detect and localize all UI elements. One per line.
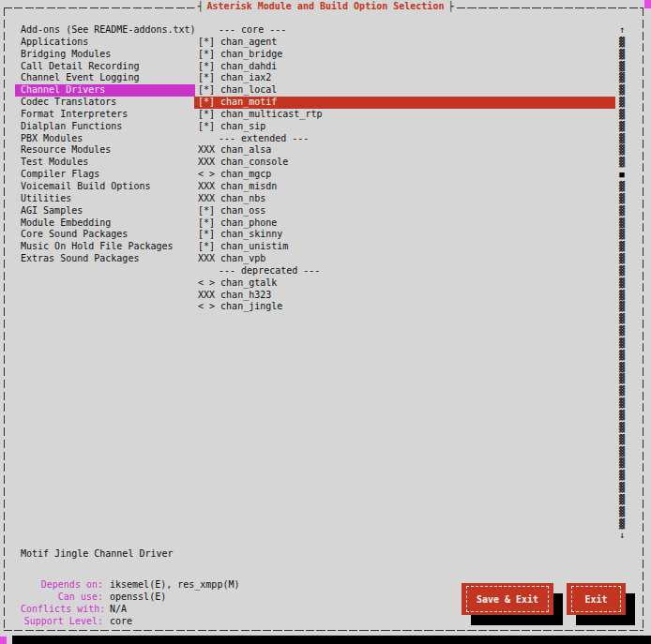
scrollbar-track-glyph: ▓ [615,494,628,506]
module-description: Motif Jingle Channel Driver [21,547,174,560]
module-item[interactable]: XXX chan_alsa [194,144,615,157]
module-item[interactable]: [*] chan_multicast_rtp [194,109,615,121]
scrollbar-track-glyph: ▓ [615,410,628,422]
category-item[interactable]: AGI Samples [15,205,195,217]
scrollbar-track-glyph: ▓ [615,518,628,531]
module-item[interactable]: < > chan_mgcp [194,169,615,181]
dialog-drop-shadow [12,636,651,644]
scrollbar-track-glyph: ▓ [615,301,628,313]
save-exit-button-label: Save & Exit [466,586,549,612]
scrollbar-track-glyph: ▓ [615,109,628,121]
scrollbar[interactable]: ↑▓▓▓▓▓▓▓▓▓▓▓■▓▓▓▓▓▓▓▓▓▓▓▓▓▓▓▓▓▓▓▓▓▓▓▓▓▓▓… [615,24,628,542]
description-field: Conflicts with:N/A [21,603,239,615]
scrollbar-track-glyph: ▓ [615,72,628,84]
description-field-label: Depends on: [21,578,103,591]
category-item[interactable]: Test Modules [15,157,195,169]
description-field-value: N/A [110,604,127,614]
module-item[interactable]: < > chan_jingle [194,301,615,313]
module-item[interactable]: XXX chan_console [194,157,615,169]
module-item[interactable]: [*] chan_dahdi [194,61,615,73]
category-item[interactable]: Channel Drivers [15,84,195,97]
category-item[interactable]: Extras Sound Packages [15,253,195,265]
scrollbar-track-glyph: ▓ [615,470,628,482]
section-header: --- extended --- [194,133,615,145]
scrollbar-track-glyph: ▓ [615,84,628,97]
category-item[interactable]: Core Sound Packages [15,229,195,241]
description-field-value: core [110,616,132,626]
module-item[interactable]: [*] chan_motif [194,97,615,109]
scrollbar-track-glyph: ▓ [615,157,628,169]
category-item[interactable]: Applications [15,37,195,49]
page-title: Asterisk Module and Build Option Selecti… [204,1,448,11]
scrollbar-track-glyph: ▓ [615,144,628,157]
exit-button[interactable]: Exit [567,583,626,615]
module-list: --- core ---[*] chan_agent[*] chan_bridg… [194,24,615,313]
scrollbar-track-glyph: ▓ [615,217,628,230]
scrollbar-track-glyph: ▓ [615,241,628,253]
module-item[interactable]: XXX chan_misdn [194,181,615,193]
category-item[interactable]: Utilities [15,193,195,205]
module-item[interactable]: [*] chan_sip [194,121,615,133]
scrollbar-track-glyph: ▓ [615,265,628,277]
category-item[interactable]: Channel Event Logging [15,72,195,84]
module-item[interactable]: XXX chan_h323 [194,290,615,302]
scrollbar-track-glyph: ▓ [615,97,628,109]
title-right-cap: ├ [447,1,453,11]
corner-artifact-top-right [644,0,651,8]
scrollbar-track-glyph: ▓ [615,446,628,458]
scrollbar-track-glyph: ▓ [615,350,628,362]
module-item[interactable]: XXX chan_vpb [194,253,615,265]
save-exit-button[interactable]: Save & Exit [462,583,553,615]
scrollbar-track-glyph: ▓ [615,290,628,302]
scrollbar-track-glyph: ▓ [615,37,628,49]
category-item[interactable]: Voicemail Build Options [15,181,195,193]
scrollbar-track-glyph: ▓ [615,253,628,265]
category-item[interactable]: Codec Translators [15,97,195,109]
description-field-label: Can use: [21,591,103,603]
category-item[interactable]: Music On Hold File Packages [15,241,195,253]
scrollbar-track-glyph: ▓ [615,397,628,410]
category-item[interactable]: Resource Modules [15,144,195,157]
module-item[interactable]: [*] chan_agent [194,37,615,49]
scrollbar-track-glyph: ▓ [615,121,628,133]
module-item[interactable]: < > chan_gtalk [194,277,615,290]
scrollbar-track-glyph: ▓ [615,373,628,385]
category-item[interactable]: Format Interpreters [15,109,195,121]
scrollbar-track-glyph: ▓ [615,49,628,61]
scrollbar-track-glyph: ▓ [615,457,628,470]
scrollbar-track-glyph: ▓ [615,193,628,205]
category-item[interactable]: PBX Modules [15,133,195,145]
scrollbar-track-glyph: ▓ [615,181,628,193]
category-list: Add-ons (See README-addons.txt)Applicati… [15,24,195,265]
module-item[interactable]: [*] chan_phone [194,217,615,230]
dialog-border-right [643,7,643,630]
module-item[interactable]: [*] chan_iax2 [194,72,615,84]
scrollbar-track-glyph: ▓ [615,325,628,337]
category-item[interactable]: Call Detail Recording [15,61,195,73]
scrollbar-track-glyph: ▓ [615,205,628,217]
scrollbar-down-arrow-icon[interactable]: ↓ [615,530,628,542]
category-item[interactable]: Dialplan Functions [15,121,195,133]
scrollbar-track-glyph: ▓ [615,362,628,374]
category-item[interactable]: Bridging Modules [15,49,195,61]
module-item[interactable]: [*] chan_unistim [194,241,615,253]
category-item[interactable]: Add-ons (See README-addons.txt) [15,24,195,37]
category-item[interactable]: Compiler Flags [15,169,195,181]
module-item[interactable]: [*] chan_bridge [194,49,615,61]
scrollbar-thumb[interactable]: ■ [615,169,628,181]
dialog-border-bottom [4,630,643,631]
scrollbar-track-glyph: ▓ [615,133,628,145]
scrollbar-track-glyph: ▓ [615,61,628,73]
module-item[interactable]: XXX chan_nbs [194,193,615,205]
module-item[interactable]: [*] chan_local [194,84,615,97]
description-field-value: openssl(E) [110,592,166,602]
scrollbar-track-glyph: ▓ [615,313,628,325]
module-item[interactable]: [*] chan_oss [194,205,615,217]
category-item[interactable]: Module Embedding [15,217,195,230]
scrollbar-up-arrow-icon[interactable]: ↑ [615,24,628,37]
dialog-border-left [4,7,5,630]
corner-artifact-bottom-left [0,637,7,644]
scrollbar-track-glyph: ▓ [615,422,628,434]
module-item[interactable]: [*] chan_skinny [194,229,615,241]
scrollbar-track-glyph: ▓ [615,229,628,241]
